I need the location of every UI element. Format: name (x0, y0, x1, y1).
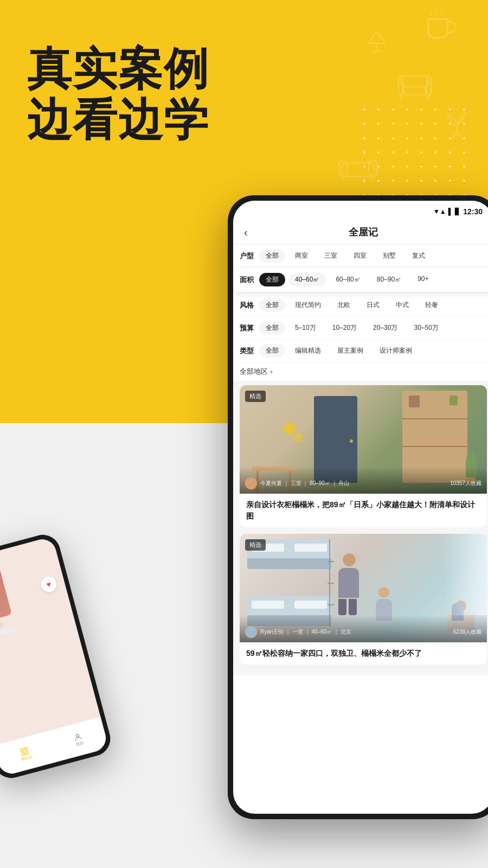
card-saves-1: 10357人收藏 (450, 480, 481, 487)
room-card-2[interactable]: 精选 Ryan王恒 ｜ 一室 ｜ 40–60㎡ ｜ 北京 6238人收藏 59㎡… (240, 534, 487, 665)
filter-tag-all-leixing[interactable]: 全部 (259, 344, 285, 358)
svg-rect-21 (25, 751, 29, 754)
filter-row-leixing: 类型 全部 编辑精选 屋主案例 设计师案例 (233, 340, 488, 362)
svg-marker-3 (369, 33, 385, 43)
hero-title-line1: 真实案例 (27, 43, 209, 94)
filter-tag-qingzhe[interactable]: 轻奢 (419, 298, 445, 312)
card-meta-2: Ryan王恒 ｜ 一室 ｜ 40–60㎡ ｜ 北京 (260, 628, 351, 636)
filter-tag-xiandai[interactable]: 现代简约 (288, 298, 328, 312)
filter-tag-zhongshi[interactable]: 中式 (389, 298, 415, 312)
filter-label-fengge: 风格 (240, 301, 255, 310)
svg-rect-7 (404, 87, 426, 95)
filter-tag-bieshu[interactable]: 别墅 (376, 249, 402, 263)
filter-tags-huxing: 全部 两室 三室 四室 别墅 复式 (259, 249, 432, 263)
filter-row-mianji: 面积 全部 40–60㎡ 60–80㎡ 80–90㎡ 90+ (233, 267, 488, 292)
card-user-info-2: Ryan王恒 ｜ 一室 ｜ 40–60㎡ ｜ 北京 (245, 626, 351, 638)
card-badge-2: 精选 (245, 539, 266, 551)
filter-tag-sishi[interactable]: 四室 (347, 249, 373, 263)
filter-tag-beioui[interactable]: 北欧 (331, 298, 357, 312)
main-phone-mockup: ▼▲ ▌ ▊ 12:30 ‹ 全屋记 户型 全部 两室 三室 四室 别墅 复式 (228, 195, 488, 819)
wifi-icon: ▼▲ (433, 208, 446, 215)
filter-label-mianji: 面积 (240, 275, 255, 285)
filter-row-huxing: 户型 全部 两室 三室 四室 别墅 复式 (233, 245, 488, 267)
battery-icon: ▊ (455, 208, 460, 215)
filter-row-fengge: 风格 全部 现代简约 北欧 日式 中式 轻奢 (233, 294, 488, 317)
filter-tag-shejishi[interactable]: 设计师案例 (373, 344, 419, 358)
filter-tag-30-50[interactable]: 30–50万 (407, 321, 445, 335)
filter-tag-all-huxing[interactable]: 全部 (259, 249, 285, 263)
svg-rect-19 (24, 747, 28, 750)
filter-tag-fushi[interactable]: 复式 (406, 249, 432, 263)
filter-label-leixing: 类型 (240, 346, 255, 356)
chevron-down-icon: ▾ (270, 369, 273, 375)
page-title: 全屋记 (349, 226, 378, 239)
status-bar: ▼▲ ▌ ▊ 12:30 (233, 201, 488, 220)
filter-tag-20-30[interactable]: 20–30万 (367, 321, 404, 335)
card-info-bar-1: 今夏何夏 ｜ 三室 ｜ 80–90㎡ ｜ 舟山 10357人收藏 (240, 467, 487, 494)
status-time: 12:30 (463, 207, 483, 216)
filter-label-huxing: 户型 (240, 251, 255, 261)
card-user-info-1: 今夏何夏 ｜ 三室 ｜ 80–90㎡ ｜ 舟山 (245, 477, 349, 489)
svg-point-22 (76, 733, 80, 737)
filter-tags-fengge: 全部 现代简约 北欧 日式 中式 轻奢 (259, 298, 445, 312)
filter-tag-sanshi[interactable]: 三室 (318, 249, 344, 263)
signal-icon: ▌ (448, 208, 453, 215)
deco-chair-icon (396, 65, 434, 103)
filter-tags-yusuan: 全部 5–10万 10–20万 20–30万 30–50万 (259, 321, 445, 335)
deco-lamp-icon (363, 27, 390, 54)
svg-rect-18 (21, 748, 24, 751)
filter-tag-80-90[interactable]: 80–90㎡ (370, 273, 408, 286)
svg-line-16 (343, 176, 344, 182)
card-meta-1: 今夏何夏 ｜ 三室 ｜ 80–90㎡ ｜ 舟山 (260, 480, 349, 487)
filter-tag-90plus[interactable]: 90+ (411, 273, 435, 286)
room-card-1[interactable]: 精选 今夏何夏 ｜ 三室 ｜ 80–90㎡ ｜ 舟山 10357人收藏 亲自设计… (240, 385, 487, 527)
back-button[interactable]: ‹ (244, 226, 248, 239)
hero-title-line2: 边看边学 (27, 94, 209, 145)
filter-tag-10-20[interactable]: 10–20万 (326, 321, 363, 335)
status-icons: ▼▲ ▌ ▊ (433, 208, 460, 215)
svg-rect-20 (22, 752, 25, 755)
filter-tag-60-80[interactable]: 60–80㎡ (329, 273, 367, 286)
card-badge-1: 精选 (245, 391, 266, 402)
location-filter-row[interactable]: 全部地区 ▾ (233, 362, 488, 381)
filter-tags-leixing: 全部 编辑精选 屋主案例 设计师案例 (259, 344, 419, 358)
card-image-1: 精选 今夏何夏 ｜ 三室 ｜ 80–90㎡ ｜ 舟山 10357人收藏 (240, 385, 487, 494)
user-avatar-1 (245, 477, 257, 489)
hero-title: 真实案例 边看边学 (27, 43, 209, 146)
card-image-2: 精选 Ryan王恒 ｜ 一室 ｜ 40–60㎡ ｜ 北京 6238人收藏 (240, 534, 487, 642)
user-avatar-2 (245, 626, 257, 638)
filter-tag-bianjing[interactable]: 编辑精选 (288, 344, 328, 358)
card-list: 精选 今夏何夏 ｜ 三室 ｜ 80–90㎡ ｜ 舟山 10357人收藏 亲自设计… (233, 381, 488, 675)
card-info-bar-2: Ryan王恒 ｜ 一室 ｜ 40–60㎡ ｜ 北京 6238人收藏 (240, 615, 487, 642)
filter-label-yusuan: 预算 (240, 323, 255, 333)
deco-cup-icon (423, 11, 455, 43)
filter-tag-wuzhu[interactable]: 屋主案例 (331, 344, 370, 358)
app-header: ‹ 全屋记 (233, 220, 488, 245)
svg-rect-6 (401, 76, 428, 87)
filter-row-yusuan: 预算 全部 5–10万 10–20万 20–30万 30–50万 (233, 317, 488, 340)
filter-tag-liangshi[interactable]: 两室 (288, 249, 314, 263)
filter-tag-all-yusuan[interactable]: 全部 (259, 321, 285, 335)
filter-tag-all-mianji[interactable]: 全部 (259, 273, 285, 286)
filter-tags-mianji: 全部 40–60㎡ 60–80㎡ 80–90㎡ 90+ (259, 273, 435, 286)
card-title-1: 亲自设计衣柜榻榻米，把89㎡「日系」小家越住越大！附清单和设计图 (240, 494, 487, 527)
filter-tag-all-fengge[interactable]: 全部 (259, 298, 285, 312)
card-saves-2: 6238人收藏 (453, 628, 481, 636)
filter-tag-rishi[interactable]: 日式 (360, 298, 386, 312)
filter-tag-40-60[interactable]: 40–60㎡ (288, 273, 326, 286)
filter-tag-5-10[interactable]: 5–10万 (288, 321, 323, 335)
card-title-2: 59㎡轻松容纳一家四口，双独卫、榻榻米全都少不了 (240, 642, 487, 665)
location-filter-label: 全部地区 (240, 367, 268, 376)
